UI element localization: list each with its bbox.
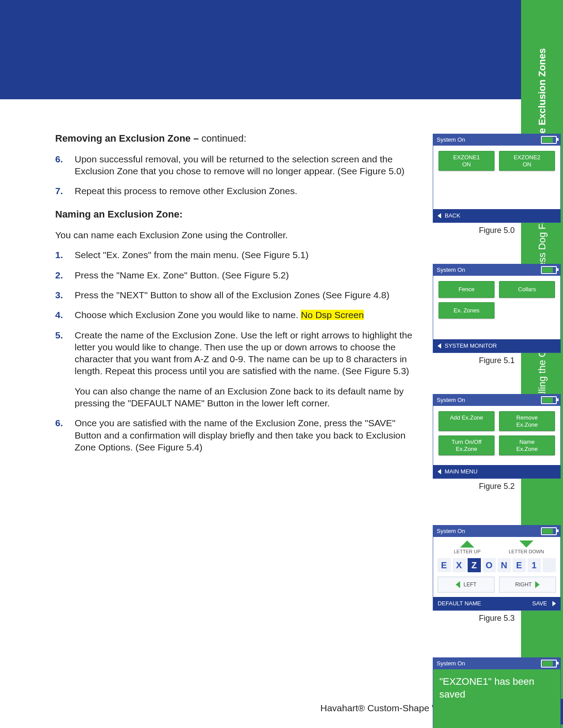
tile-add-exzone[interactable]: Add Ex.Zone xyxy=(438,411,495,431)
tile-name-exzone[interactable]: Name Ex.Zone xyxy=(499,435,555,455)
back-arrow-icon xyxy=(438,213,441,218)
step-text: Upon successful removal, you will be ret… xyxy=(75,154,404,176)
screen-5-0: System On EXZONE1 ON EXZONE2 ON BACK xyxy=(433,134,561,223)
tile-exzone1[interactable]: EXZONE1 ON xyxy=(438,151,495,171)
steps-removing: 6. Upon successful removal, you will be … xyxy=(55,153,415,197)
status-text: System On xyxy=(437,397,465,404)
screen-5-4: System On "EXZONE1" has been saved xyxy=(433,657,561,728)
step-name-3: 3. Press the "NEXT" Button to show all o… xyxy=(55,289,415,301)
left-label: LEFT xyxy=(464,582,476,589)
char-row: E X Z O N E 1 xyxy=(438,558,556,572)
bottom-bar-label: MAIN MENU xyxy=(445,468,477,476)
bottom-bar[interactable]: BACK xyxy=(433,209,560,222)
step-text: Select "Ex. Zones" from the main menu. (… xyxy=(75,250,309,260)
save-confirmation: "EXZONE1" has been saved xyxy=(433,669,560,728)
char-2[interactable]: Z xyxy=(468,558,481,572)
step-text: Repeat this process to remove other Excl… xyxy=(75,186,297,196)
heading-removing-a: Removing an Exclusion Zone – xyxy=(55,133,201,144)
right-label: RIGHT xyxy=(515,582,532,589)
figure-5-3: System On LETTER UP LETTER DOWN E X Z O … xyxy=(433,525,561,624)
step-num: 4. xyxy=(55,309,70,321)
right-button[interactable]: RIGHT xyxy=(499,577,556,593)
back-arrow-icon xyxy=(438,469,441,474)
main-column: Removing an Exclusion Zone – continued: … xyxy=(55,132,415,465)
step-name-6: 6. Once you are satisfied with the name … xyxy=(55,417,415,453)
step-num: 7. xyxy=(55,185,70,197)
screen-5-1: System On Fence Collars Ex. Zones SYSTEM… xyxy=(433,264,561,353)
step-num: 3. xyxy=(55,289,70,301)
tile-exzones[interactable]: Ex. Zones xyxy=(438,302,495,319)
tile-remove-exzone[interactable]: Remove Ex.Zone xyxy=(499,411,555,431)
save-arrow-icon xyxy=(552,601,556,606)
step-num: 1. xyxy=(55,249,70,261)
heading-removing: Removing an Exclusion Zone – continued: xyxy=(55,132,415,145)
status-bar: System On xyxy=(433,658,560,669)
step-name-1: 1. Select "Ex. Zones" from the main menu… xyxy=(55,249,415,261)
char-3[interactable]: O xyxy=(483,558,496,572)
letter-down-icon[interactable] xyxy=(519,540,533,548)
right-arrow-icon xyxy=(535,581,540,588)
letter-down-label: LETTER DOWN xyxy=(497,548,556,555)
step-num: 5. xyxy=(55,329,70,341)
step-name-4: 4. Choose which Exclusion Zone you would… xyxy=(55,309,415,321)
left-arrow-icon xyxy=(456,581,460,588)
save-button[interactable]: SAVE xyxy=(532,600,556,608)
heading-naming: Naming an Exclusion Zone: xyxy=(55,208,415,221)
left-button[interactable]: LEFT xyxy=(438,577,495,593)
char-1[interactable]: X xyxy=(453,558,466,572)
figure-5-4: System On "EXZONE1" has been saved Figur… xyxy=(433,657,561,728)
figure-caption: Figure 5.0 xyxy=(433,225,561,236)
status-bar: System On xyxy=(433,525,560,537)
tile-exzone2[interactable]: EXZONE2 ON xyxy=(499,151,555,171)
step-text: Press the "Name Ex. Zone" Button. (See F… xyxy=(75,270,289,280)
heading-removing-b: continued: xyxy=(201,133,246,144)
step-remove-7: 7. Repeat this process to remove other E… xyxy=(55,185,415,197)
top-band xyxy=(0,0,563,99)
battery-icon xyxy=(541,396,557,404)
figure-5-0: System On EXZONE1 ON EXZONE2 ON BACK Fig… xyxy=(433,134,561,236)
tile-toggle-exzone[interactable]: Turn On/Off Ex.Zone xyxy=(438,435,495,455)
step-num: 2. xyxy=(55,269,70,281)
default-name-button[interactable]: DEFAULT NAME xyxy=(438,600,481,608)
tile-collars[interactable]: Collars xyxy=(499,281,555,298)
letter-up-icon[interactable] xyxy=(460,540,474,548)
save-label: SAVE xyxy=(532,600,547,608)
battery-icon xyxy=(541,266,557,274)
char-6[interactable]: 1 xyxy=(528,558,541,572)
bottom-bar: DEFAULT NAME SAVE xyxy=(433,597,560,610)
letter-up-label: LETTER UP xyxy=(438,548,497,555)
status-text: System On xyxy=(437,266,465,274)
battery-icon xyxy=(541,136,557,144)
step-text: Once you are satisfied with the name of … xyxy=(75,418,405,452)
figure-5-2: System On Add Ex.Zone Remove Ex.Zone Tur… xyxy=(433,394,561,492)
screen-5-2: System On Add Ex.Zone Remove Ex.Zone Tur… xyxy=(433,394,561,479)
figure-caption: Figure 5.2 xyxy=(433,481,561,492)
tile-fence[interactable]: Fence xyxy=(438,281,495,298)
bottom-bar[interactable]: MAIN MENU xyxy=(433,465,560,478)
char-5[interactable]: E xyxy=(513,558,526,572)
char-4[interactable]: N xyxy=(498,558,511,572)
screen-5-3: System On LETTER UP LETTER DOWN E X Z O … xyxy=(433,525,561,611)
step-name-2: 2. Press the "Name Ex. Zone" Button. (Se… xyxy=(55,269,415,281)
step-num: 6. xyxy=(55,153,70,165)
figure-5-1: System On Fence Collars Ex. Zones SYSTEM… xyxy=(433,264,561,366)
step-text: Press the "NEXT" Button to show all of t… xyxy=(75,290,389,300)
highlighted-note: No Dsp Screen xyxy=(301,310,363,320)
step-num: 6. xyxy=(55,417,70,429)
char-0[interactable]: E xyxy=(438,558,451,572)
status-text: System On xyxy=(437,136,465,144)
battery-icon xyxy=(541,660,557,668)
status-text: System On xyxy=(437,660,465,668)
step-text: Choose which Exclusion Zone you would li… xyxy=(75,310,301,320)
step-text-extra: You can also change the name of an Exclu… xyxy=(75,385,415,409)
status-text: System On xyxy=(437,528,465,535)
char-7[interactable] xyxy=(543,558,556,572)
status-bar: System On xyxy=(433,394,560,406)
figure-caption: Figure 5.3 xyxy=(433,613,561,623)
back-arrow-icon xyxy=(438,343,441,349)
figure-caption: Figure 5.1 xyxy=(433,356,561,366)
bottom-bar-label: SYSTEM MONITOR xyxy=(445,342,497,350)
step-remove-6: 6. Upon successful removal, you will be … xyxy=(55,153,415,177)
status-bar: System On xyxy=(433,134,560,146)
bottom-bar[interactable]: SYSTEM MONITOR xyxy=(433,339,560,353)
